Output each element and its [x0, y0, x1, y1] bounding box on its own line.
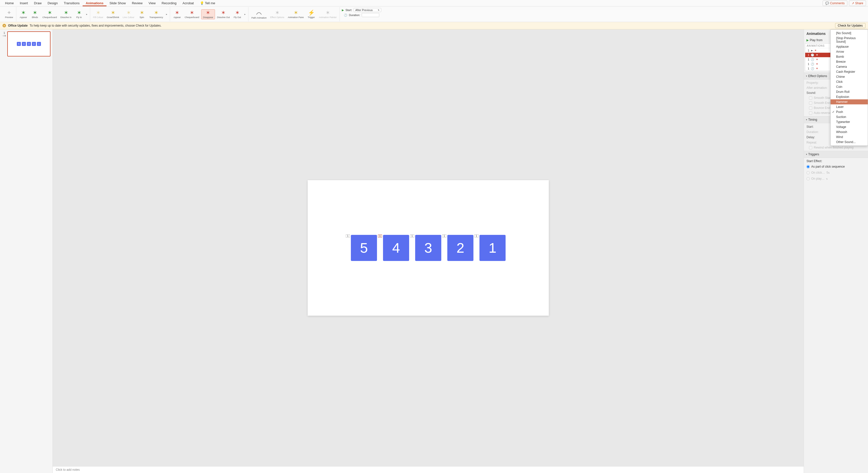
exit-appear[interactable]: ✶Appear [172, 9, 183, 19]
slide[interactable]: 15 14 13 12 11 [308, 180, 549, 316]
exit-chequerboard[interactable]: ✶Chequerboard [183, 9, 201, 19]
sound-option[interactable]: Bomb [831, 54, 868, 59]
menu-insert[interactable]: Insert [17, 0, 31, 6]
exit-group: ✶Appear ✶Chequerboard ✶Disappear ✶Dissol… [170, 7, 248, 21]
entrance-chequerboard[interactable]: ✶Chequerboard [41, 9, 59, 19]
anim-tag[interactable]: 1 [442, 234, 446, 238]
sound-option[interactable]: Push [831, 109, 868, 114]
sound-option[interactable]: Chime [831, 74, 868, 79]
exit-fly-out[interactable]: ✶Fly Out [232, 9, 243, 19]
menu-draw[interactable]: Draw [31, 0, 44, 6]
sound-option[interactable]: Laser [831, 104, 868, 109]
menu-acrobat[interactable]: Acrobat [180, 0, 197, 6]
sound-option[interactable]: Hammer [831, 99, 868, 104]
emphasis-grow[interactable]: ✶Grow/Shrink [105, 9, 121, 19]
menu-home[interactable]: Home [2, 0, 17, 6]
anim-tag[interactable]: 1 [346, 234, 350, 238]
timing-duration-label: Duration: [806, 130, 819, 134]
sound-option[interactable]: [Stop Previous Sound] [831, 36, 868, 44]
auto-reverse-check [809, 111, 812, 115]
sound-option[interactable]: [No Sound] [831, 31, 868, 36]
bulb-icon: 💡 [200, 1, 204, 5]
menu-review[interactable]: Review [129, 0, 146, 6]
sound-option[interactable]: Click [831, 79, 868, 84]
anim-tag[interactable]: 1 [410, 234, 414, 238]
menu-transitions[interactable]: Transitions [61, 0, 83, 6]
sound-option[interactable]: Arrow [831, 49, 868, 54]
start-select[interactable]: After Previous⇅ [353, 8, 381, 12]
clock-icon: 🕐 [811, 54, 814, 57]
shape-3[interactable]: 3 [415, 235, 441, 261]
shape-4[interactable]: 4 [383, 235, 409, 261]
path-animation-button[interactable]: Path Animation [250, 9, 268, 20]
menu-slideshow[interactable]: Slide Show [106, 0, 129, 6]
sound-option[interactable]: Whoosh [831, 130, 868, 135]
sound-option[interactable]: Drum Roll [831, 89, 868, 94]
anim-tag[interactable]: 1 [474, 234, 478, 238]
sound-option[interactable]: Applause [831, 44, 868, 49]
share-icon: ↗ [852, 1, 854, 5]
entrance-blinds[interactable]: ✶Blinds [29, 9, 40, 19]
shape-2[interactable]: 2 [447, 235, 473, 261]
menu-recording[interactable]: Recording [159, 0, 180, 6]
trigger-onclick-select: 5⇅ [827, 171, 830, 174]
entrance-appear[interactable]: ✶Appear [18, 9, 29, 19]
duration-input[interactable] [362, 13, 379, 17]
smooth-start-check [809, 96, 812, 100]
exit-more[interactable]: ▸ [243, 13, 247, 15]
star-icon: ✶ [190, 10, 194, 15]
slide-thumbnail-1[interactable]: 5 4 3 2 1 [7, 31, 51, 57]
notice-body: To help keep up to date with security up… [30, 24, 161, 27]
timing-repeat-label: Repeat: [806, 141, 817, 144]
sound-option[interactable]: Other Sound... [831, 139, 868, 144]
sound-option[interactable]: Breeze [831, 59, 868, 64]
exit-dissolve-out[interactable]: ✶Dissolve Out [216, 9, 231, 19]
sound-option[interactable]: Suction [831, 114, 868, 120]
entrance-dissolve-in[interactable]: ✶Dissolve In [59, 9, 73, 19]
animation-pane-button[interactable]: ✶Animation Pane [286, 9, 305, 19]
shape-1[interactable]: 1 [479, 235, 505, 261]
effect-options-button[interactable]: ✶Effect Options [269, 9, 286, 19]
main: 1 ⇢★ 5 4 3 2 1 15 14 13 12 11 Click to a… [0, 29, 868, 473]
preview-button[interactable]: ✦ Preview [3, 9, 14, 19]
comments-button[interactable]: 💬Comments [823, 0, 847, 6]
sound-option[interactable]: Cash Register [831, 69, 868, 74]
star-icon: ✶ [126, 10, 131, 15]
sound-option[interactable]: Wind [831, 135, 868, 139]
star-icon: ✶ [111, 10, 115, 15]
notes-area[interactable]: Click to add notes [53, 466, 804, 473]
sound-option[interactable]: Explosion [831, 94, 868, 99]
timing-delay-label: Delay: [806, 135, 815, 139]
triggers-section[interactable]: ▾Triggers [804, 151, 868, 158]
menu-view[interactable]: View [146, 0, 159, 6]
check-updates-button[interactable]: Check for Updates [835, 23, 866, 28]
emphasis-more[interactable]: ▸ [165, 13, 168, 15]
sound-option[interactable]: Voltage [831, 125, 868, 130]
warning-icon: ✕ [2, 24, 6, 27]
shape-5[interactable]: 5 [351, 235, 377, 261]
exit-disappear[interactable]: ✶Disappear [201, 9, 215, 19]
animation-painter-button[interactable]: ✶Animation Painter [317, 9, 338, 19]
entrance-more[interactable]: ▸ [85, 13, 88, 15]
emphasis-transparency[interactable]: ✶Transparency [148, 9, 165, 19]
emphasis-spin[interactable]: ✶Spin [136, 9, 148, 19]
path-icon [255, 9, 262, 16]
share-button[interactable]: ↗Share [849, 0, 866, 6]
emphasis-fill[interactable]: ✶Fill Colour [92, 9, 105, 19]
tell-me[interactable]: 💡Tell me [197, 0, 218, 6]
trigger-sequence-radio[interactable] [806, 165, 810, 168]
menu-design[interactable]: Design [45, 0, 61, 6]
sound-dropdown[interactable]: [No Sound][Stop Previous Sound]ApplauseA… [830, 29, 868, 146]
emphasis-line[interactable]: ✶Line Colour [121, 9, 136, 19]
entrance-fly-in[interactable]: ✶Fly In [73, 9, 85, 19]
anim-tag[interactable]: 1 [378, 234, 382, 238]
sound-option[interactable]: Coin [831, 84, 868, 89]
sound-option[interactable]: Camera [831, 64, 868, 69]
sound-option[interactable]: Typewriter [831, 120, 868, 125]
menu-animations[interactable]: Animations [83, 0, 106, 6]
star-icon: ✶ [64, 10, 68, 15]
pane-title: Animations [806, 32, 826, 36]
preview-group: ✦ Preview [2, 7, 16, 21]
trigger-button[interactable]: ⚡Trigger [306, 9, 317, 19]
play-icon: ▶ [342, 8, 344, 12]
